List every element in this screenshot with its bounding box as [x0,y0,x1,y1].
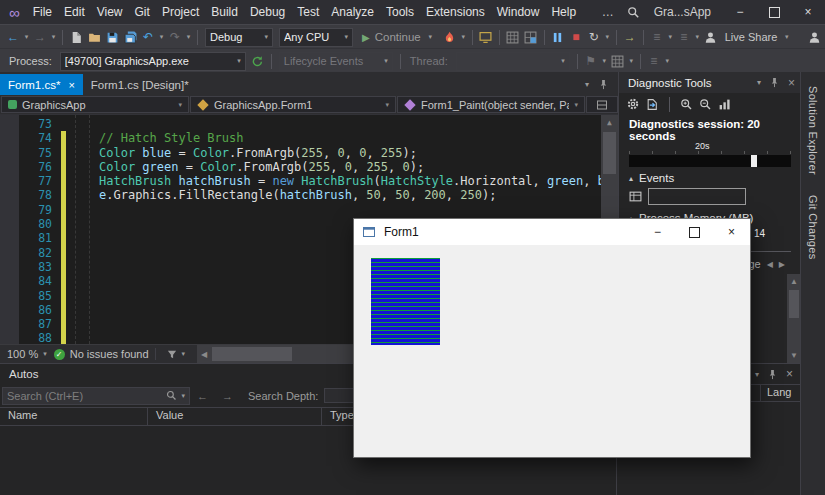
nav-back-icon[interactable]: ← [4,27,22,47]
menu-item-build[interactable]: Build [205,2,244,22]
form-maximize-button[interactable] [676,219,713,245]
show-next-statement-icon[interactable]: → [621,27,639,47]
close-panel-icon[interactable]: × [788,76,795,90]
split-editor-icon[interactable] [586,96,618,113]
maximize-button[interactable] [757,0,791,24]
scroll-up-icon[interactable]: ▲ [601,115,618,130]
menu-item-git[interactable]: Git [129,2,156,22]
form1-titlebar[interactable]: Form1 − × [354,219,750,245]
search-icon[interactable] [621,6,646,19]
save-icon[interactable] [103,27,121,47]
pin-icon[interactable] [598,79,609,90]
search-input[interactable]: Search (Ctrl+E) ▾ [2,387,190,405]
pin-icon[interactable] [769,77,780,88]
process-combo[interactable]: [49700] GraphicsApp.exe▾ [60,52,246,71]
reset-view-icon[interactable] [718,98,731,111]
thread-combo[interactable]: ▾ [456,52,570,71]
flag-icon[interactable]: ⚑ [582,51,600,71]
session-timeline-track[interactable] [629,155,791,167]
export-icon[interactable] [646,98,659,111]
menu-item-debug[interactable]: Debug [244,2,291,22]
hot-reload-icon[interactable] [441,27,459,47]
dropdown-caret-icon[interactable]: ▾ [49,33,58,41]
close-panel-icon[interactable]: × [786,367,793,381]
break-all-icon[interactable] [549,27,567,47]
search-icon[interactable] [166,390,177,401]
settings-gear-icon[interactable] [626,97,640,111]
prev-result-icon[interactable]: ← [197,390,208,402]
redo-icon[interactable]: ↷ [166,27,184,47]
code-text[interactable] [66,117,601,131]
zoom-combo[interactable]: 100 % ▾ [0,348,54,360]
dropdown-caret-icon[interactable]: ▾ [627,57,636,65]
chevron-down-icon[interactable]: ▾ [181,392,185,400]
solution-platforms-combo[interactable]: Any CPU▾ [279,28,353,47]
window-position-chevron-icon[interactable]: ▾ [757,78,761,87]
show-threads-in-source-icon[interactable]: ≡ [648,27,666,47]
minimize-button[interactable]: − [723,0,757,24]
window-position-chevron-icon[interactable]: ▾ [755,370,759,379]
menu-item-view[interactable]: View [91,2,129,22]
menu-item-project[interactable]: Project [156,2,205,22]
menu-item-edit[interactable]: Edit [58,2,91,22]
show-layout-adorners-icon[interactable] [522,27,540,47]
form-close-button[interactable]: × [713,219,750,245]
scroll-down-icon[interactable]: ▼ [787,348,801,363]
refresh-process-icon[interactable] [249,51,267,71]
column-name[interactable]: Name [0,408,148,425]
form1-app-window[interactable]: Form1 − × [353,218,751,458]
project-dropdown[interactable]: GraphicsApp ▾ [1,96,189,113]
dropdown-caret-icon[interactable]: ▾ [666,33,675,41]
menu-overflow-icon[interactable]: … [596,5,621,19]
lifecycle-events-combo[interactable]: Lifecycle Events▾ [279,52,393,71]
zoom-out-icon[interactable] [699,98,712,111]
menu-item-tools[interactable]: Tools [380,2,420,22]
menu-item-extensions[interactable]: Extensions [420,2,491,22]
tab-form1cs[interactable]: Form1.cs* × [0,74,83,95]
scroll-left-icon[interactable]: ◀ [197,350,211,359]
timeline-current-marker[interactable] [751,155,757,167]
code-text[interactable]: HatchBrush hatchBrush = new HatchBrush(H… [66,174,601,188]
dropdown-caret-icon[interactable]: ▾ [184,33,193,41]
close-button[interactable]: × [791,0,825,24]
code-text[interactable]: Color green = Color.FromArgb(255, 0, 255… [66,160,601,174]
dropdown-caret-icon[interactable]: ▾ [600,57,609,65]
next-result-icon[interactable]: → [222,390,233,402]
tab-scroll-left-icon[interactable]: ◀ [767,260,773,269]
dropdown-caret-icon[interactable]: ▾ [22,33,31,41]
side-tab-git-changes[interactable]: Git Changes [807,195,819,259]
undo-icon[interactable]: ↶ [139,27,157,47]
dropdown-caret-icon[interactable]: ▾ [782,33,791,41]
dropdown-caret-icon[interactable]: ▾ [157,33,166,41]
class-dropdown[interactable]: GraphicsApp.Form1 ▾ [190,96,396,113]
menu-item-analyze[interactable]: Analyze [325,2,380,22]
close-tab-icon[interactable]: × [68,79,74,91]
dropdown-caret-icon[interactable]: ▾ [603,33,612,41]
stack-frames-icon[interactable] [609,51,627,71]
intellitrace-icon[interactable] [477,27,495,47]
column-value[interactable]: Value [148,408,322,425]
form-minimize-button[interactable]: − [639,219,676,245]
code-text[interactable]: e.Graphics.FillRectangle(hatchBrush, 50,… [66,188,601,202]
column-lang[interactable]: Lang [760,385,800,401]
code-text[interactable]: Color blue = Color.FromArgb(255, 0, 0, 2… [66,146,601,160]
solution-configurations-combo[interactable]: Debug▾ [205,28,273,47]
menu-item-help[interactable]: Help [545,2,582,22]
save-all-icon[interactable] [121,27,139,47]
nav-forward-icon[interactable]: → [31,27,49,47]
restart-icon[interactable]: ↻ [585,27,603,47]
live-share-icon[interactable] [702,27,720,47]
code-text[interactable]: // Hatch Style Brush [66,131,601,145]
scrollbar-thumb[interactable] [789,290,799,318]
new-file-icon[interactable] [67,27,85,47]
side-tab-solution-explorer[interactable]: Solution Explorer [807,86,819,175]
zoom-in-icon[interactable] [680,98,693,111]
dropdown-caret-icon[interactable]: ▾ [693,33,702,41]
document-list-chevron-icon[interactable]: ▾ [585,80,589,89]
issues-indicator[interactable]: ✓ No issues found [54,348,149,360]
scrollbar-thumb[interactable] [603,132,616,174]
filter-button[interactable]: ▾ [166,349,186,360]
menu-item-test[interactable]: Test [291,2,325,22]
pin-icon[interactable] [767,369,778,380]
events-section-header[interactable]: ▴ Events [619,167,801,185]
